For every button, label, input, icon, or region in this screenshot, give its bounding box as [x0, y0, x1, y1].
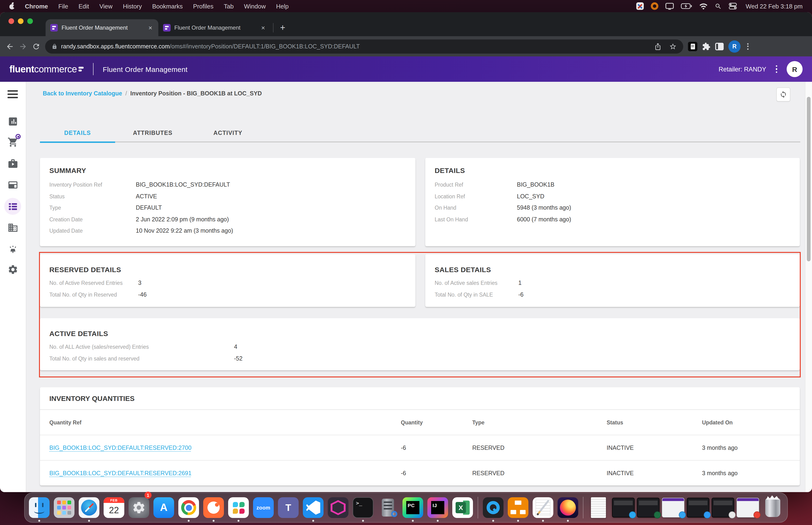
- spotlight-icon[interactable]: [715, 2, 722, 10]
- forward-button[interactable]: [19, 42, 27, 50]
- dock-app-store-icon[interactable]: A: [153, 493, 175, 522]
- dock-textedit-icon[interactable]: [532, 493, 554, 522]
- dock-minimized-window-safari-icon[interactable]: [662, 493, 685, 522]
- menu-item-bookmarks[interactable]: Bookmarks: [147, 3, 188, 10]
- chrome-profile-avatar[interactable]: R: [729, 40, 740, 52]
- menu-item-history[interactable]: History: [118, 3, 147, 10]
- tab-close-icon[interactable]: ×: [147, 24, 154, 31]
- field-value: 10 Nov 2022 9:22 am (3 months ago): [136, 228, 233, 234]
- sidebar-item-settings[interactable]: [4, 261, 21, 278]
- screen-mirroring-icon[interactable]: [665, 2, 674, 10]
- dock-safari-icon[interactable]: [78, 493, 100, 522]
- dock-graphql-icon[interactable]: [327, 493, 349, 522]
- dock-server-icon[interactable]: [377, 493, 399, 522]
- sidebar-item-locations[interactable]: [4, 219, 21, 236]
- dock-trash-icon[interactable]: [762, 493, 784, 522]
- dock-calendar-icon[interactable]: FEB22: [103, 493, 125, 522]
- close-window-button[interactable]: [9, 18, 14, 24]
- status-app-orange-icon[interactable]: [651, 2, 658, 10]
- control-center-icon[interactable]: [729, 2, 737, 10]
- scrollbar-thumb[interactable]: [807, 97, 811, 261]
- dock-vscode-icon[interactable]: [302, 493, 324, 522]
- field-row: Updated Date10 Nov 2022 9:22 am (3 month…: [49, 225, 415, 237]
- hamburger-menu-icon[interactable]: [7, 90, 18, 100]
- dock-launchpad-icon[interactable]: [53, 493, 75, 522]
- field-row: Creation Date2 Jun 2022 2:09 pm (9 month…: [49, 214, 415, 225]
- menu-item-window[interactable]: Window: [239, 3, 271, 10]
- address-bar[interactable]: randy.sandbox.apps.fluentcommerce.com/om…: [45, 39, 683, 53]
- dock-terminal-icon[interactable]: >_: [352, 493, 374, 522]
- menu-item-edit[interactable]: Edit: [73, 3, 94, 10]
- tab-attributes[interactable]: ATTRIBUTES: [115, 124, 190, 142]
- field-value: -52: [234, 355, 243, 362]
- new-tab-button[interactable]: +: [277, 23, 288, 32]
- menu-item-file[interactable]: File: [53, 3, 73, 10]
- browser-tab-2[interactable]: Fluent Order Management×: [158, 19, 271, 36]
- bookmark-star-icon[interactable]: [669, 43, 677, 50]
- sidebar-item-funnel[interactable]: [4, 240, 21, 257]
- menu-item-help[interactable]: Help: [271, 3, 294, 10]
- share-icon[interactable]: [654, 43, 662, 50]
- tab-activity[interactable]: ACTIVITY: [190, 124, 265, 142]
- dock-postman-icon[interactable]: [202, 493, 225, 522]
- breadcrumb-back-link[interactable]: Back to Inventory Catalogue: [43, 90, 122, 97]
- sidebar-item-orders[interactable]: [4, 134, 21, 150]
- dock-teams-icon[interactable]: T: [277, 493, 300, 522]
- header-kebab-menu-icon[interactable]: [776, 65, 777, 73]
- browser-toolbar: randy.sandbox.apps.fluentcommerce.com/om…: [0, 36, 812, 56]
- sidebar-item-inventory[interactable]: [4, 198, 21, 215]
- dock-excel-icon[interactable]: X: [451, 493, 474, 522]
- dock-system-settings-icon[interactable]: 1: [127, 493, 150, 522]
- cell-updated-on: 3 months ago: [702, 470, 800, 476]
- menubar-clock[interactable]: Wed 22 Feb 3:18 pm: [744, 3, 802, 10]
- status-app-icon[interactable]: [636, 2, 644, 10]
- dock-drawio-icon[interactable]: [507, 493, 530, 522]
- side-panel-icon[interactable]: [715, 43, 724, 50]
- back-button[interactable]: [6, 42, 14, 50]
- extensions-puzzle-icon[interactable]: [702, 42, 710, 50]
- dock-quicktime-icon[interactable]: [482, 493, 504, 522]
- tab-details[interactable]: DETAILS: [40, 124, 115, 142]
- menu-item-chrome[interactable]: Chrome: [20, 3, 53, 10]
- sidebar-item-fulfilment[interactable]: [4, 155, 21, 172]
- dock-minimized-window-excel-icon[interactable]: [637, 493, 659, 522]
- quantity-ref-link[interactable]: BIG_BOOK1B:LOC_SYD:DEFAULT:RESERVED:2700: [49, 445, 401, 451]
- dock-minimized-window-textedit-icon[interactable]: [712, 493, 734, 522]
- field-value: 5948 (3 months ago): [517, 205, 571, 211]
- chrome-menu-icon[interactable]: [745, 43, 750, 49]
- dock-pycharm-icon[interactable]: PC: [401, 493, 424, 522]
- field-row: Location RefLOC_SYD: [435, 191, 800, 202]
- tab-close-icon[interactable]: ×: [260, 24, 266, 31]
- browser-tab-1[interactable]: Fluent Order Management×: [46, 19, 158, 36]
- page-scrollbar[interactable]: [805, 82, 812, 492]
- wifi-icon[interactable]: [699, 2, 708, 10]
- reload-button[interactable]: [32, 42, 41, 50]
- dock-firefox-icon[interactable]: [556, 493, 579, 522]
- dock-chrome-icon[interactable]: [178, 493, 200, 522]
- sidebar-item-analytics[interactable]: [4, 113, 21, 130]
- zoom-window-button[interactable]: [27, 18, 33, 24]
- battery-icon[interactable]: [681, 2, 692, 10]
- menu-item-profiles[interactable]: Profiles: [188, 3, 219, 10]
- minimize-window-button[interactable]: [18, 18, 24, 24]
- dock-minimized-window-chrome-icon[interactable]: [737, 493, 759, 522]
- dock-minimized-window-finder-icon[interactable]: [687, 493, 709, 522]
- dock-finder-icon[interactable]: [28, 493, 50, 522]
- dock-minimized-window-quicktime-icon[interactable]: [612, 493, 634, 522]
- column-quantity-ref: Quantity Ref: [49, 419, 401, 425]
- dock-slack-icon[interactable]: [227, 493, 250, 522]
- sidebar-item-payments[interactable]: [4, 176, 21, 193]
- breadcrumb-current: Inventory Position - BIG_BOOK1B at LOC_S…: [131, 90, 262, 97]
- menu-item-tab[interactable]: Tab: [219, 3, 239, 10]
- dock-zoom-icon[interactable]: zoom: [252, 493, 275, 522]
- menu-item-view[interactable]: View: [94, 3, 118, 10]
- field-label: Last On Hand: [435, 217, 517, 222]
- dock-minimized-document-icon[interactable]: [587, 493, 610, 522]
- refresh-button[interactable]: [776, 87, 791, 102]
- apple-menu-icon[interactable]: [10, 3, 15, 10]
- quantity-ref-link[interactable]: BIG_BOOK1B:LOC_SYD:DEFAULT:RESERVED:2691: [49, 470, 401, 476]
- dock-intellij-icon[interactable]: IJ: [426, 493, 449, 522]
- user-avatar[interactable]: R: [787, 61, 802, 77]
- fluentcommerce-logo[interactable]: fluentcommerce: [10, 64, 83, 75]
- extension-doc-icon[interactable]: [688, 42, 698, 51]
